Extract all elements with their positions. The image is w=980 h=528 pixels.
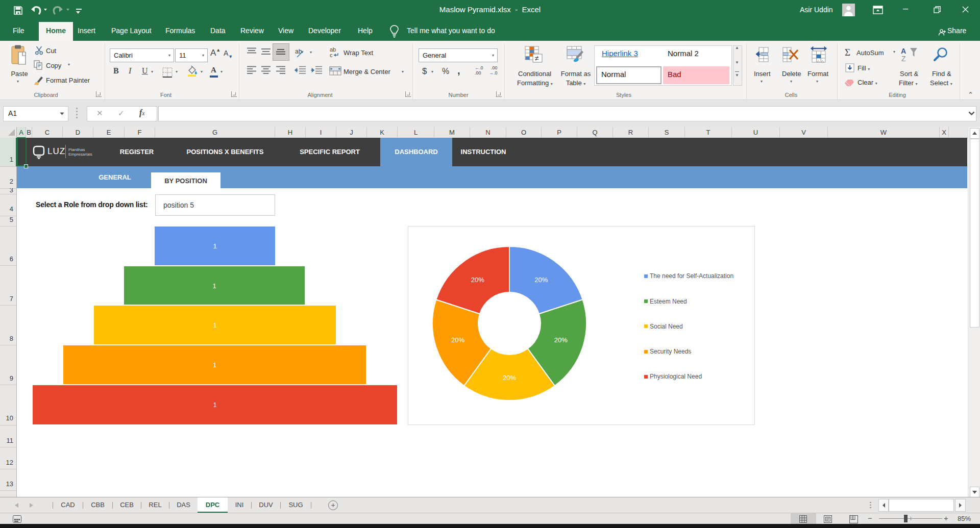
svg-text:≠: ≠ (535, 54, 539, 62)
svg-text:A: A (901, 47, 906, 55)
svg-text:20%: 20% (471, 276, 484, 284)
svg-text:c: c (330, 52, 333, 58)
svg-text:Z: Z (901, 55, 906, 63)
svg-text:20%: 20% (503, 374, 516, 382)
svg-text:20%: 20% (554, 336, 568, 344)
svg-text:20%: 20% (534, 276, 548, 284)
svg-text:20%: 20% (451, 336, 464, 344)
